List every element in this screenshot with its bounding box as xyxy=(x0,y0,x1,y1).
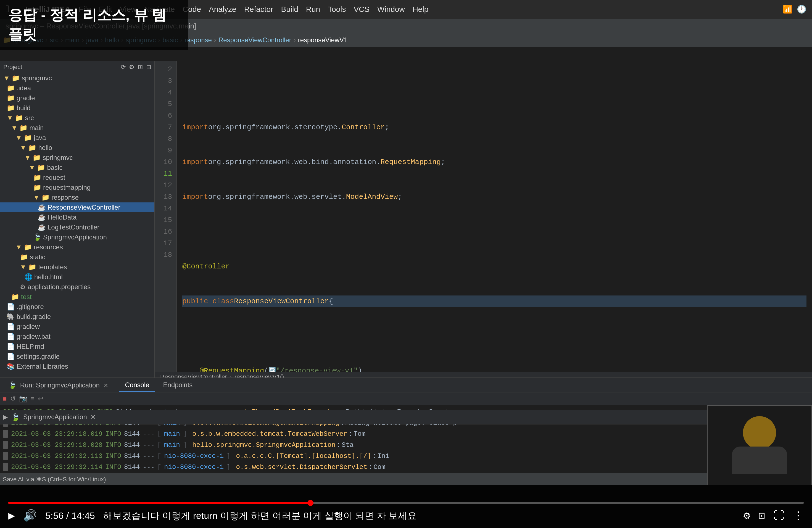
sidebar-item-gitignore[interactable]: 📄 .gitignore xyxy=(0,302,155,312)
log-class: o.s.b.w.embedded.tomcat.TomcatWebServer xyxy=(192,430,347,438)
sidebar-item-gradle-root[interactable]: 📁 gradle xyxy=(0,93,155,103)
sidebar-item-basic[interactable]: ▼ 📁 basic xyxy=(0,163,155,173)
code-editor[interactable]: 2 3 4 5 6 7 8 9 10 11 12 13 14 15 16 17 … xyxy=(155,61,812,382)
ctrl-right: ⚙ ⊡ ⛶ ⋮ xyxy=(743,509,804,523)
menu-vcs[interactable]: VCS xyxy=(353,5,369,14)
bottom-panel: 🍃 Run: SpringmvcApplication ✕ Console En… xyxy=(0,378,812,485)
sidebar-item-resources[interactable]: ▼ 📁 resources xyxy=(0,242,155,252)
subtitle-text: 해보겠습니다 이렇게 return 이렇게 하면 여러분 이게 실행이 되면 자… xyxy=(103,510,417,522)
log-dashes: --- xyxy=(143,452,155,460)
sidebar-item-application-properties[interactable]: ⚙ application.properties xyxy=(0,282,155,292)
play-button[interactable]: ▶ xyxy=(8,509,15,523)
code-content[interactable]: import org.springframework.stereotype.Co… xyxy=(177,61,812,382)
person-face xyxy=(743,416,776,449)
log-sep: : xyxy=(368,464,372,471)
panel-tab-endpoints[interactable]: Endpoints xyxy=(158,379,198,392)
line-numbers: 2 3 4 5 6 7 8 9 10 11 12 13 14 15 16 17 … xyxy=(155,61,177,382)
log-level: INFO xyxy=(105,452,121,460)
sidebar-item-responseviewcontroller[interactable]: ☕ ResponseViewController xyxy=(0,202,155,212)
fullscreen-button[interactable]: ⛶ xyxy=(773,509,784,523)
sidebar-header-icons: ⟳ ⚙ ⊞ ⊟ xyxy=(121,63,151,71)
sidebar-item-springmvcapplication[interactable]: 🍃 SpringmvcApplication xyxy=(0,232,155,242)
panel-subtabs: Console Endpoints xyxy=(119,379,198,392)
sidebar-item-springmvc-root[interactable]: ▼ 📁 springmvc xyxy=(0,73,155,83)
sidebar-item-build[interactable]: 📁 build xyxy=(0,103,155,113)
sidebar-item-hello-html[interactable]: 🌐 hello.html xyxy=(0,272,155,282)
settings-video-button[interactable]: ⚙ xyxy=(743,509,750,523)
java-file-icon: ☕ xyxy=(38,223,46,231)
log-pid: 8144 xyxy=(124,441,140,449)
filter-icon[interactable]: ≡ xyxy=(31,395,34,402)
menu-analyze[interactable]: Analyze xyxy=(209,5,236,14)
sidebar-item-label: basic xyxy=(47,164,62,172)
sidebar-item-hello[interactable]: ▼ 📁 hello xyxy=(0,143,155,153)
sidebar-item-build-gradle[interactable]: 🐘 build.gradle xyxy=(0,312,155,322)
sidebar-item-springmvc[interactable]: ▼ 📁 springmvc xyxy=(0,153,155,163)
sidebar-item-label: gradlew.bat xyxy=(17,333,50,340)
panel-tab-console[interactable]: Console xyxy=(119,379,155,392)
folder-icon: 📁 xyxy=(6,94,15,102)
sidebar-item-gradlew[interactable]: 📄 gradlew xyxy=(0,322,155,332)
sidebar-item-settings-gradle[interactable]: 📄 settings.gradle xyxy=(0,352,155,362)
file-icon: 📄 xyxy=(6,323,15,331)
sidebar-item-requestmapping[interactable]: 📁 requestmapping xyxy=(0,182,155,192)
sidebar-item-templates[interactable]: ▼ 📁 templates xyxy=(0,262,155,272)
sidebar-item-hellodata[interactable]: ☕ HelloData xyxy=(0,212,155,222)
sidebar-item-response[interactable]: ▼ 📁 response xyxy=(0,192,155,202)
panel-tabs: 🍃 Run: SpringmvcApplication ✕ Console En… xyxy=(0,378,812,392)
log-line-6: 2021-03-03 23:29:32.114 INFO 8144 --- [ … xyxy=(0,461,812,472)
run-app-icon: ▶ xyxy=(3,413,8,422)
run-bar: ▶ 🍃 SpringmvcApplication ✕ ⚙ — xyxy=(0,410,812,424)
sidebar-item-request[interactable]: 📁 request xyxy=(0,173,155,182)
sidebar-item-label: springmvc xyxy=(43,154,73,162)
sidebar-item-label: src xyxy=(25,114,34,122)
progress-bar-container[interactable] xyxy=(8,502,804,504)
title-overlay: 응답 - 정적 리소스, 뷰 템플릿 xyxy=(0,0,188,50)
sidebar-item-help-md[interactable]: 📄 HELP.md xyxy=(0,342,155,352)
expand-icon[interactable]: ⊞ xyxy=(138,63,143,71)
collapse-icon[interactable]: ⊟ xyxy=(146,63,151,71)
tab-close-icon[interactable]: ✕ xyxy=(104,382,108,388)
folder-icon: ▼ 📁 xyxy=(6,114,23,122)
menu-help[interactable]: Help xyxy=(412,5,429,14)
sidebar-item-src[interactable]: ▼ 📁 src xyxy=(0,113,155,123)
menu-refactor[interactable]: Refactor xyxy=(244,5,273,14)
sidebar-item-label: java xyxy=(34,134,46,142)
sync-icon[interactable]: ⟳ xyxy=(121,63,126,71)
crumb-response[interactable]: response xyxy=(185,36,212,44)
sidebar-item-gradlew-bat[interactable]: 📄 gradlew.bat xyxy=(0,332,155,342)
menu-run[interactable]: Run xyxy=(306,5,320,14)
clock-icon: 🕐 xyxy=(797,5,807,14)
stop-icon[interactable]: ■ xyxy=(3,395,7,402)
sidebar-item-label: HELP.md xyxy=(17,343,44,350)
menu-tools[interactable]: Tools xyxy=(328,5,346,14)
screenshot-icon[interactable]: 📷 xyxy=(19,395,27,402)
menu-build[interactable]: Build xyxy=(281,5,298,14)
menu-window[interactable]: Window xyxy=(377,5,405,14)
main-layout: Project ⟳ ⚙ ⊞ ⊟ ▼ 📁 springmvc 📁 .idea 📁 … xyxy=(0,61,812,382)
wrap-icon[interactable]: ↩ xyxy=(38,395,43,402)
volume-button[interactable]: 🔊 xyxy=(23,509,37,523)
sidebar-item-label: requestmapping xyxy=(43,184,91,191)
run-close-icon[interactable]: ✕ xyxy=(90,413,96,422)
sidebar-item-idea[interactable]: 📁 .idea xyxy=(0,83,155,93)
sidebar-item-java[interactable]: ▼ 📁 java xyxy=(0,133,155,143)
panel-tab-run[interactable]: 🍃 Run: SpringmvcApplication ✕ xyxy=(3,379,114,391)
miniplayer-button[interactable]: ⊡ xyxy=(758,509,765,523)
sidebar-item-external-libraries[interactable]: 📚 External Libraries xyxy=(0,362,155,371)
sidebar-item-logtestcontroller[interactable]: ☕ LogTestController xyxy=(0,222,155,232)
code-line-4: import org.springframework.web.bind.anno… xyxy=(182,156,807,168)
log-sidebar-icon xyxy=(3,441,8,449)
log-line-4: 2021-03-03 23:29:18.028 INFO 8144 --- [ … xyxy=(0,439,812,450)
folder-icon: ▼ 📁 xyxy=(20,144,37,151)
rerun-icon[interactable]: ↺ xyxy=(10,395,16,402)
more-button[interactable]: ⋮ xyxy=(793,509,804,523)
crumb-method[interactable]: responseViewV1 xyxy=(298,36,348,44)
status-text: Save All via ⌘S (Ctrl+S for Win/Linux) xyxy=(3,476,106,483)
crumb-class[interactable]: ResponseViewController xyxy=(218,36,291,44)
settings-icon[interactable]: ⚙ xyxy=(129,63,134,71)
sidebar-item-test[interactable]: 📁 test xyxy=(0,292,155,302)
sidebar-item-static[interactable]: 📁 static xyxy=(0,252,155,262)
sidebar-item-main[interactable]: ▼ 📁 main xyxy=(0,123,155,133)
run-app-name[interactable]: SpringmvcApplication xyxy=(23,413,87,422)
